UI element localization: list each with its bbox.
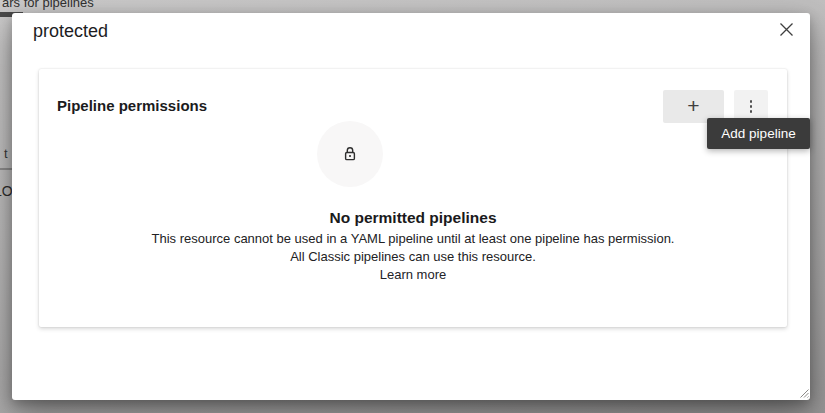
learn-more-link[interactable]: Learn more xyxy=(380,266,446,284)
background-text-fragment-top: ars for pipelines xyxy=(2,0,94,10)
add-pipeline-tooltip: Add pipeline xyxy=(707,118,810,149)
empty-state-icon-circle xyxy=(317,121,383,187)
card-title: Pipeline permissions xyxy=(57,97,207,114)
resize-grip-icon[interactable] xyxy=(797,385,810,398)
close-button[interactable] xyxy=(775,18,797,40)
empty-state-description-line2: All Classic pipelines can use this resou… xyxy=(39,248,787,266)
empty-state-text: No permitted pipelines This resource can… xyxy=(39,208,787,284)
background-text-fragment-left-2: LO xyxy=(0,183,13,199)
lock-icon xyxy=(341,145,359,163)
dialog-title: protected xyxy=(33,21,108,42)
page-background: ars for pipelines t LO protected Pipelin… xyxy=(0,0,825,413)
empty-state-title: No permitted pipelines xyxy=(39,208,787,228)
background-text-fragment-left-1: t xyxy=(4,146,8,161)
kebab-menu-icon xyxy=(750,100,753,113)
pipeline-permissions-card: Pipeline permissions + No permitted pipe… xyxy=(39,69,787,327)
close-icon xyxy=(779,22,794,37)
plus-icon: + xyxy=(687,95,699,116)
empty-state-description-line1: This resource cannot be used in a YAML p… xyxy=(39,230,787,248)
protected-resource-dialog: protected Pipeline permissions + xyxy=(12,13,810,400)
